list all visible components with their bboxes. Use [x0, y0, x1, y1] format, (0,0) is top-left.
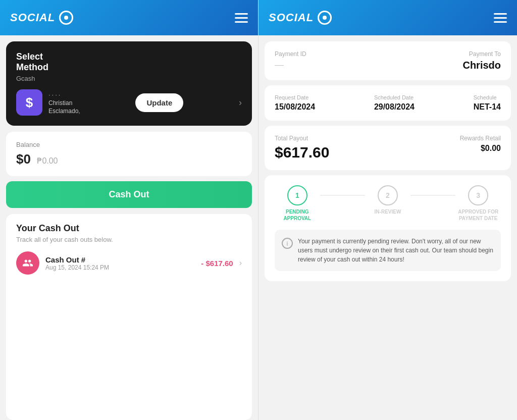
request-date-label: Request Date — [275, 94, 315, 100]
cash-out-item-chevron-icon[interactable]: › — [239, 258, 242, 268]
step-3-label: APPROVED FORPAYMENT DATE — [458, 208, 498, 222]
left-header: SOCIAL — [0, 0, 258, 35]
step-3-container: 3 APPROVED FORPAYMENT DATE — [455, 185, 501, 222]
card-owner-line2: Esclamado, — [48, 108, 80, 115]
schedule-col: Schedule NET-14 — [474, 94, 501, 112]
step-2-circle: 2 — [378, 185, 398, 205]
step-2-container: 2 IN-REVIEW — [365, 185, 410, 215]
payout-row: Total Payout $617.60 Rewards Retail $0.0… — [275, 135, 501, 161]
total-payout-label: Total Payout — [275, 135, 329, 142]
cash-out-button[interactable]: Cash Out — [6, 181, 252, 208]
cash-out-list-item[interactable]: Cash Out # Aug 15, 2024 15:24 PM - $617.… — [16, 251, 242, 275]
chevron-right-icon[interactable]: › — [239, 97, 242, 108]
step-connector-2 — [410, 195, 456, 196]
right-header: SOCIAL — [258, 0, 517, 35]
select-method-provider: Gcash — [16, 75, 242, 82]
payment-to-value: Chrisdo — [462, 60, 501, 71]
update-button[interactable]: Update — [135, 93, 183, 112]
cash-out-item-amount: - $617.60 — [201, 259, 233, 268]
dollar-icon: $ — [16, 89, 42, 116]
step-connector-1 — [320, 195, 366, 196]
payout-card: Total Payout $617.60 Rewards Retail $0.0… — [265, 126, 511, 170]
payment-info-card: Payment ID — Payment To Chrisdo — [265, 41, 511, 80]
steps-row: 1 PENDINGAPPROVAL 2 IN-REVIEW 3 APPROVED — [275, 185, 501, 222]
payment-id-col: Payment ID — — [275, 50, 306, 70]
cash-out-item-date: Aug 15, 2024 15:24 PM — [45, 264, 195, 271]
select-method-row: $ ···· Christian Esclamado, Update › — [16, 89, 242, 116]
right-logo: SOCIAL — [269, 11, 332, 25]
balance-value: $0 — [16, 151, 31, 167]
step-1-circle: 1 — [287, 185, 307, 205]
rewards-label: Rewards Retail — [460, 135, 501, 142]
scheduled-date-value: 29/08/2024 — [374, 102, 415, 112]
right-logo-dot — [323, 16, 327, 20]
left-logo-icon — [59, 11, 73, 25]
step-3-circle: 3 — [468, 185, 488, 205]
cash-out-avatar — [16, 251, 39, 275]
payment-to-col: Payment To Chrisdo — [462, 50, 501, 71]
card-dots: ···· — [48, 91, 80, 98]
balance-peso: ₱0.00 — [37, 156, 58, 165]
card-owner-line1: Christian — [48, 99, 80, 107]
menu-line-2 — [235, 17, 248, 19]
scheduled-date-col: Scheduled Date 29/08/2024 — [374, 94, 415, 112]
balance-label: Balance — [16, 141, 242, 148]
payment-to-label: Payment To — [469, 50, 501, 58]
right-panel: SOCIAL Payment ID — Payment To Chrisdo — [258, 0, 517, 420]
total-payout-value: $617.60 — [275, 144, 329, 161]
menu-line-3 — [235, 21, 248, 23]
balance-card: Balance $0 ₱0.00 — [6, 132, 252, 176]
step-1-label: PENDINGAPPROVAL — [283, 208, 311, 222]
info-notice: i Your payment is currently pending revi… — [275, 230, 501, 271]
your-cash-out-subtitle: Track all of your cash outs below. — [16, 236, 242, 243]
rewards-col: Rewards Retail $0.00 — [460, 135, 501, 153]
scheduled-date-label: Scheduled Date — [374, 94, 415, 100]
schedule-value: NET-14 — [474, 102, 501, 112]
left-panel: SOCIAL Select Method Gcash $ ···· Christ… — [0, 0, 258, 420]
select-method-title: Select Method — [16, 51, 242, 73]
info-icon: i — [282, 238, 293, 249]
request-date-col: Request Date 15/08/2024 — [275, 94, 315, 112]
cash-out-item-info: Cash Out # Aug 15, 2024 15:24 PM — [45, 255, 195, 271]
menu-line-1 — [235, 13, 248, 15]
dates-row: Request Date 15/08/2024 Scheduled Date 2… — [275, 94, 501, 112]
select-method-left: $ ···· Christian Esclamado, — [16, 89, 80, 116]
payment-id-value: — — [275, 60, 306, 70]
right-menu-line-2 — [494, 17, 507, 19]
payment-info-row: Payment ID — Payment To Chrisdo — [275, 50, 501, 71]
payment-id-label: Payment ID — [275, 50, 306, 58]
your-cash-out-title: Your Cash Out — [16, 223, 242, 234]
right-logo-text: SOCIAL — [269, 11, 314, 24]
step-1-container: 1 PENDINGAPPROVAL — [275, 185, 320, 222]
steps-card: 1 PENDINGAPPROVAL 2 IN-REVIEW 3 APPROVED — [265, 175, 511, 281]
rewards-value: $0.00 — [481, 144, 501, 153]
left-logo: SOCIAL — [10, 11, 73, 25]
right-menu-button[interactable] — [494, 13, 507, 23]
right-menu-line-1 — [494, 13, 507, 15]
cash-out-label: Cash Out — [109, 189, 149, 199]
info-notice-text: Your payment is currently pending review… — [298, 237, 494, 264]
your-cash-out-section: Your Cash Out Track all of your cash out… — [6, 214, 252, 420]
balance-row: $0 ₱0.00 — [16, 151, 242, 167]
dates-card: Request Date 15/08/2024 Scheduled Date 2… — [265, 85, 511, 121]
total-payout-col: Total Payout $617.60 — [275, 135, 329, 161]
left-menu-button[interactable] — [235, 13, 248, 23]
schedule-label: Schedule — [474, 94, 501, 100]
left-logo-dot — [64, 16, 68, 20]
left-logo-text: SOCIAL — [10, 11, 55, 24]
cash-out-item-title: Cash Out # — [45, 255, 195, 264]
right-menu-line-3 — [494, 21, 507, 23]
select-method-card: Select Method Gcash $ ···· Christian Esc… — [6, 41, 252, 126]
card-info: ···· Christian Esclamado, — [48, 91, 80, 115]
step-2-label: IN-REVIEW — [375, 208, 401, 215]
right-logo-icon — [318, 11, 332, 25]
request-date-value: 15/08/2024 — [275, 102, 315, 112]
